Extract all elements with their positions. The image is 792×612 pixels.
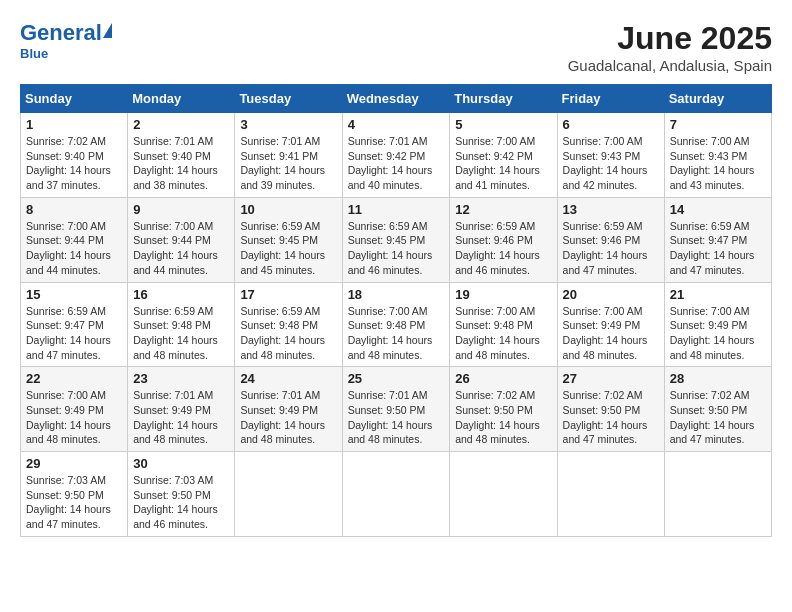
day-number: 25 — [348, 371, 445, 386]
sunrise-text: Sunrise: 7:00 AM — [670, 135, 750, 147]
sunrise-text: Sunrise: 6:59 AM — [670, 220, 750, 232]
daylight-text: Daylight: 14 hours and 37 minutes. — [26, 164, 111, 191]
table-row: 19 Sunrise: 7:00 AM Sunset: 9:48 PM Dayl… — [450, 282, 557, 367]
day-info: Sunrise: 7:00 AM Sunset: 9:48 PM Dayligh… — [455, 304, 551, 363]
header-friday: Friday — [557, 85, 664, 113]
sunset-text: Sunset: 9:48 PM — [240, 319, 318, 331]
sunset-text: Sunset: 9:46 PM — [455, 234, 533, 246]
daylight-text: Daylight: 14 hours and 44 minutes. — [133, 249, 218, 276]
day-number: 14 — [670, 202, 766, 217]
calendar-week-row: 8 Sunrise: 7:00 AM Sunset: 9:44 PM Dayli… — [21, 197, 772, 282]
table-row: 7 Sunrise: 7:00 AM Sunset: 9:43 PM Dayli… — [664, 113, 771, 198]
table-row: 22 Sunrise: 7:00 AM Sunset: 9:49 PM Dayl… — [21, 367, 128, 452]
sunset-text: Sunset: 9:49 PM — [26, 404, 104, 416]
sunset-text: Sunset: 9:50 PM — [133, 489, 211, 501]
sunset-text: Sunset: 9:49 PM — [670, 319, 748, 331]
table-row: 23 Sunrise: 7:01 AM Sunset: 9:49 PM Dayl… — [128, 367, 235, 452]
header-tuesday: Tuesday — [235, 85, 342, 113]
day-number: 5 — [455, 117, 551, 132]
daylight-text: Daylight: 14 hours and 42 minutes. — [563, 164, 648, 191]
sunrise-text: Sunrise: 7:00 AM — [670, 305, 750, 317]
daylight-text: Daylight: 14 hours and 48 minutes. — [240, 419, 325, 446]
calendar-week-row: 22 Sunrise: 7:00 AM Sunset: 9:49 PM Dayl… — [21, 367, 772, 452]
daylight-text: Daylight: 14 hours and 45 minutes. — [240, 249, 325, 276]
daylight-text: Daylight: 14 hours and 47 minutes. — [670, 419, 755, 446]
sunrise-text: Sunrise: 7:00 AM — [455, 305, 535, 317]
sunset-text: Sunset: 9:50 PM — [455, 404, 533, 416]
day-info: Sunrise: 7:01 AM Sunset: 9:40 PM Dayligh… — [133, 134, 229, 193]
sunset-text: Sunset: 9:42 PM — [455, 150, 533, 162]
sunset-text: Sunset: 9:50 PM — [348, 404, 426, 416]
table-row — [235, 452, 342, 537]
sunset-text: Sunset: 9:50 PM — [563, 404, 641, 416]
day-info: Sunrise: 7:02 AM Sunset: 9:40 PM Dayligh… — [26, 134, 122, 193]
daylight-text: Daylight: 14 hours and 48 minutes. — [348, 419, 433, 446]
day-info: Sunrise: 6:59 AM Sunset: 9:46 PM Dayligh… — [563, 219, 659, 278]
sunrise-text: Sunrise: 7:01 AM — [348, 135, 428, 147]
day-info: Sunrise: 7:03 AM Sunset: 9:50 PM Dayligh… — [26, 473, 122, 532]
table-row: 28 Sunrise: 7:02 AM Sunset: 9:50 PM Dayl… — [664, 367, 771, 452]
sunset-text: Sunset: 9:49 PM — [133, 404, 211, 416]
day-number: 12 — [455, 202, 551, 217]
table-row: 4 Sunrise: 7:01 AM Sunset: 9:42 PM Dayli… — [342, 113, 450, 198]
daylight-text: Daylight: 14 hours and 46 minutes. — [455, 249, 540, 276]
sunrise-text: Sunrise: 7:02 AM — [455, 389, 535, 401]
month-title: June 2025 — [568, 20, 772, 57]
daylight-text: Daylight: 14 hours and 47 minutes. — [26, 503, 111, 530]
sunset-text: Sunset: 9:40 PM — [26, 150, 104, 162]
title-section: June 2025 Guadalcanal, Andalusia, Spain — [568, 20, 772, 74]
table-row: 5 Sunrise: 7:00 AM Sunset: 9:42 PM Dayli… — [450, 113, 557, 198]
daylight-text: Daylight: 14 hours and 48 minutes. — [348, 334, 433, 361]
day-info: Sunrise: 7:00 AM Sunset: 9:49 PM Dayligh… — [563, 304, 659, 363]
daylight-text: Daylight: 14 hours and 47 minutes. — [670, 249, 755, 276]
calendar-week-row: 1 Sunrise: 7:02 AM Sunset: 9:40 PM Dayli… — [21, 113, 772, 198]
location-title: Guadalcanal, Andalusia, Spain — [568, 57, 772, 74]
day-info: Sunrise: 6:59 AM Sunset: 9:47 PM Dayligh… — [670, 219, 766, 278]
sunrise-text: Sunrise: 7:00 AM — [563, 135, 643, 147]
sunrise-text: Sunrise: 6:59 AM — [563, 220, 643, 232]
sunrise-text: Sunrise: 7:02 AM — [670, 389, 750, 401]
logo: General Blue — [20, 20, 112, 61]
day-number: 16 — [133, 287, 229, 302]
sunrise-text: Sunrise: 7:00 AM — [133, 220, 213, 232]
sunrise-text: Sunrise: 7:00 AM — [26, 220, 106, 232]
table-row: 8 Sunrise: 7:00 AM Sunset: 9:44 PM Dayli… — [21, 197, 128, 282]
sunrise-text: Sunrise: 7:01 AM — [348, 389, 428, 401]
header-sunday: Sunday — [21, 85, 128, 113]
daylight-text: Daylight: 14 hours and 48 minutes. — [133, 419, 218, 446]
daylight-text: Daylight: 14 hours and 48 minutes. — [455, 419, 540, 446]
day-info: Sunrise: 7:00 AM Sunset: 9:49 PM Dayligh… — [26, 388, 122, 447]
day-info: Sunrise: 7:01 AM Sunset: 9:50 PM Dayligh… — [348, 388, 445, 447]
daylight-text: Daylight: 14 hours and 48 minutes. — [26, 419, 111, 446]
sunset-text: Sunset: 9:48 PM — [133, 319, 211, 331]
sunset-text: Sunset: 9:42 PM — [348, 150, 426, 162]
calendar-week-row: 29 Sunrise: 7:03 AM Sunset: 9:50 PM Dayl… — [21, 452, 772, 537]
table-row: 27 Sunrise: 7:02 AM Sunset: 9:50 PM Dayl… — [557, 367, 664, 452]
table-row: 15 Sunrise: 6:59 AM Sunset: 9:47 PM Dayl… — [21, 282, 128, 367]
sunrise-text: Sunrise: 6:59 AM — [240, 305, 320, 317]
day-number: 1 — [26, 117, 122, 132]
daylight-text: Daylight: 14 hours and 47 minutes. — [563, 419, 648, 446]
sunset-text: Sunset: 9:45 PM — [348, 234, 426, 246]
day-number: 19 — [455, 287, 551, 302]
table-row: 25 Sunrise: 7:01 AM Sunset: 9:50 PM Dayl… — [342, 367, 450, 452]
sunrise-text: Sunrise: 6:59 AM — [240, 220, 320, 232]
day-info: Sunrise: 7:02 AM Sunset: 9:50 PM Dayligh… — [670, 388, 766, 447]
header-thursday: Thursday — [450, 85, 557, 113]
sunrise-text: Sunrise: 7:00 AM — [455, 135, 535, 147]
day-number: 30 — [133, 456, 229, 471]
daylight-text: Daylight: 14 hours and 46 minutes. — [133, 503, 218, 530]
daylight-text: Daylight: 14 hours and 48 minutes. — [563, 334, 648, 361]
header-saturday: Saturday — [664, 85, 771, 113]
daylight-text: Daylight: 14 hours and 47 minutes. — [26, 334, 111, 361]
day-number: 28 — [670, 371, 766, 386]
daylight-text: Daylight: 14 hours and 48 minutes. — [670, 334, 755, 361]
sunset-text: Sunset: 9:45 PM — [240, 234, 318, 246]
day-info: Sunrise: 7:01 AM Sunset: 9:42 PM Dayligh… — [348, 134, 445, 193]
table-row: 18 Sunrise: 7:00 AM Sunset: 9:48 PM Dayl… — [342, 282, 450, 367]
day-number: 9 — [133, 202, 229, 217]
sunset-text: Sunset: 9:43 PM — [670, 150, 748, 162]
sunset-text: Sunset: 9:44 PM — [133, 234, 211, 246]
header-wednesday: Wednesday — [342, 85, 450, 113]
sunset-text: Sunset: 9:49 PM — [563, 319, 641, 331]
